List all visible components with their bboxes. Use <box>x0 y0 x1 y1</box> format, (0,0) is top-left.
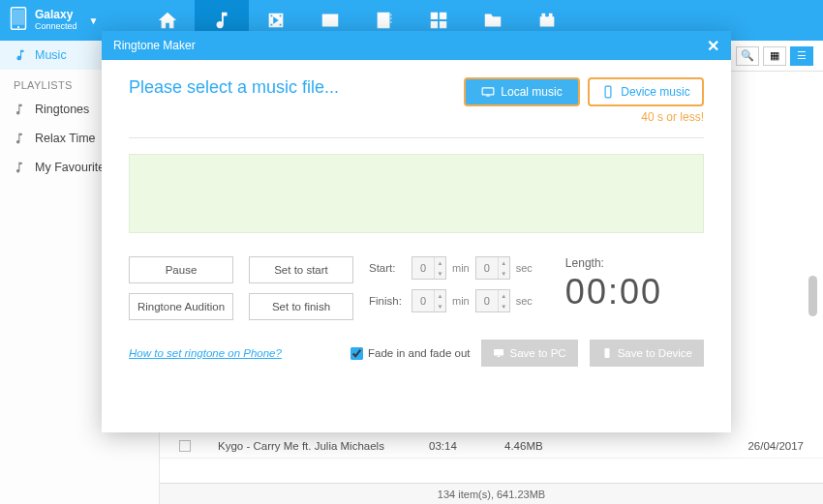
track-size: 4.46MB <box>504 440 582 452</box>
start-min-stepper[interactable]: 0▲▼ <box>412 256 446 280</box>
save-to-device-button[interactable]: Save to Device <box>590 340 704 367</box>
phone-icon <box>10 7 27 34</box>
pause-button[interactable]: Pause <box>129 256 233 283</box>
svg-rect-4 <box>487 96 491 97</box>
audition-button[interactable]: Ringtone Audition <box>129 293 233 320</box>
table-row[interactable]: Kygo - Carry Me ft. Julia Michaels 03:14… <box>160 434 823 459</box>
length-label: Length: <box>565 256 662 270</box>
sidebar-item-label: Relax Time <box>35 132 96 145</box>
fade-checkbox-input[interactable] <box>351 347 363 360</box>
svg-rect-6 <box>494 349 503 356</box>
device-name: Galaxy <box>35 9 77 21</box>
track-name: Kygo - Carry Me ft. Julia Michaels <box>218 440 402 452</box>
set-finish-button[interactable]: Set to finish <box>249 293 353 320</box>
modal-titlebar: Ringtone Maker ✕ <box>102 31 731 60</box>
set-start-button[interactable]: Set to start <box>249 256 353 283</box>
statusbar: 134 item(s), 641.23MB <box>160 483 823 504</box>
finish-sec-stepper[interactable]: 0▲▼ <box>475 289 510 312</box>
sidebar-music-label: Music <box>35 48 67 62</box>
divider <box>129 137 704 138</box>
chevron-down-icon[interactable]: ▼ <box>89 15 99 26</box>
help-link[interactable]: How to set ringtone on Phone? <box>129 347 282 359</box>
waveform-area[interactable] <box>129 154 704 233</box>
device-selector[interactable]: Galaxy Connected ▼ <box>0 7 140 34</box>
svg-rect-5 <box>605 86 611 98</box>
device-music-button[interactable]: Device music <box>588 77 704 106</box>
list-view-button[interactable]: ☰ <box>790 46 813 66</box>
search-icon[interactable]: 🔍 <box>736 46 759 66</box>
device-status: Connected <box>35 22 77 32</box>
svg-rect-7 <box>498 356 501 357</box>
finish-min-stepper[interactable]: 0▲▼ <box>412 289 446 312</box>
svg-point-2 <box>17 26 19 28</box>
svg-rect-1 <box>13 10 24 25</box>
sidebar-item-label: Ringtones <box>35 103 89 116</box>
sidebar-item-label: My Favourite <box>35 161 105 174</box>
close-icon[interactable]: ✕ <box>707 37 719 55</box>
svg-rect-3 <box>482 88 494 95</box>
length-value: 00:00 <box>565 272 662 312</box>
fade-checkbox[interactable]: Fade in and fade out <box>351 347 471 360</box>
finish-label: Finish: <box>369 295 406 307</box>
svg-rect-8 <box>604 348 609 358</box>
select-prompt: Please select a music file... <box>129 77 339 98</box>
track-date: 26/04/2017 <box>716 440 804 452</box>
local-music-button[interactable]: Local music <box>464 77 580 106</box>
start-label: Start: <box>369 262 406 274</box>
save-to-pc-button[interactable]: Save to PC <box>481 340 577 367</box>
modal-title: Ringtone Maker <box>113 39 196 52</box>
track-duration: 03:14 <box>429 440 477 452</box>
grid-view-button[interactable]: ▦ <box>763 46 786 66</box>
ringtone-maker-modal: Ringtone Maker ✕ Please select a music f… <box>102 31 731 432</box>
time-limit-text: 40 s or less! <box>129 110 704 124</box>
row-checkbox[interactable] <box>179 440 191 452</box>
start-sec-stepper[interactable]: 0▲▼ <box>475 256 510 280</box>
scrollbar-thumb[interactable] <box>808 276 817 316</box>
